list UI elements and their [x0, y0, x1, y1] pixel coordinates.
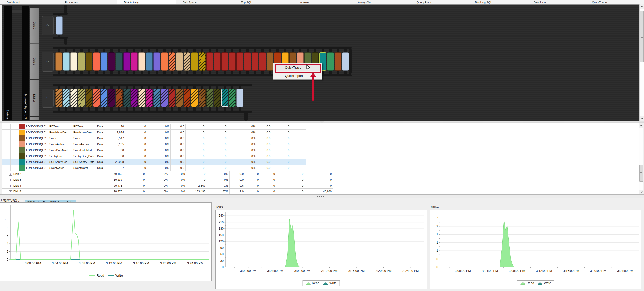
file-block[interactable]	[153, 89, 160, 107]
file-block[interactable]	[259, 52, 266, 71]
tab-processes[interactable]: Processes	[59, 0, 117, 4]
file-block[interactable]	[108, 89, 115, 107]
file-block[interactable]	[93, 52, 100, 71]
file-block[interactable]	[116, 52, 123, 71]
table-row-sweetwater[interactable]: LONDONSQL01...SweetwaterSweetwaterData70…	[2, 165, 306, 171]
file-block[interactable]	[214, 89, 221, 107]
expand-row-icon[interactable]: +	[9, 190, 12, 193]
disk-group-rows: +Disk 249,15200%0.000%0.00000+Disk 310,2…	[2, 171, 333, 194]
group-row-disk-5[interactable]: +Disk 520,47300%0.0163,49567%2.900048,96…	[2, 189, 333, 194]
file-block[interactable]	[55, 52, 62, 71]
tab-query-plans[interactable]: Query Plans	[410, 0, 469, 4]
table-row-rdtemp[interactable]: LONDONSQL01...RDTempRDTempData1000%0.000…	[2, 124, 306, 130]
file-block[interactable]	[146, 89, 153, 107]
file-block[interactable]	[191, 89, 198, 107]
file-block[interactable]	[229, 89, 236, 107]
file-block[interactable]	[176, 89, 183, 107]
file-block[interactable]	[108, 52, 115, 71]
scroll-up-icon[interactable]	[640, 5, 644, 9]
file-block[interactable]	[229, 52, 236, 71]
file-block[interactable]	[123, 89, 130, 107]
file-block[interactable]	[206, 52, 213, 71]
expand-row-icon[interactable]: +	[9, 173, 12, 176]
file-block[interactable]	[184, 89, 190, 107]
tab-dashboard[interactable]: Dashboard	[0, 0, 59, 4]
table-row-sales[interactable]: LONDONSQL01...SalesSalesData3,51700%0.00…	[2, 135, 306, 141]
file-block[interactable]	[78, 89, 85, 107]
file-block[interactable]	[244, 52, 251, 71]
block-stub	[65, 86, 67, 89]
file-block[interactable]	[161, 52, 168, 71]
file-block[interactable]	[335, 52, 341, 71]
file-block[interactable]	[86, 89, 92, 107]
file-block[interactable]	[221, 52, 228, 71]
tab-deadlocks[interactable]: Deadlocks	[527, 0, 586, 4]
tab-disk-activity[interactable]: Disk Activity	[117, 0, 176, 4]
tab-disk-space[interactable]: Disk Space	[176, 0, 235, 4]
file-block[interactable]	[199, 52, 206, 71]
group-row-disk-4[interactable]: +Disk 420,47300%0.02,8671%0.60000	[2, 183, 333, 189]
table-row-salesarchive[interactable]: LONDONSQL01...SalesArchiveSalesArchiveDa…	[2, 141, 306, 148]
file-block[interactable]	[138, 52, 145, 71]
file-block[interactable]	[93, 89, 100, 107]
tab-quicktraces[interactable]: QuickTraces	[585, 0, 644, 4]
table-row-sqlsentry-co[interactable]: LONDONSQL01...SQLSentry_coSQLSentry_Data…	[2, 159, 306, 165]
file-block[interactable]	[70, 89, 77, 107]
expand-row-icon[interactable]: +	[9, 179, 12, 181]
tab-blocking-sql[interactable]: Blocking SQL	[468, 0, 527, 4]
expand-row-icon[interactable]: +	[9, 185, 12, 187]
tab-alwayson[interactable]: AlwaysOn	[351, 0, 410, 4]
file-block[interactable]	[63, 52, 70, 71]
file-block[interactable]	[138, 89, 145, 107]
file-block[interactable]	[236, 89, 243, 107]
file-block[interactable]	[63, 89, 70, 107]
splitter-grip-icon	[317, 196, 325, 197]
table-row-salesdatamart[interactable]: LONDONSQL01...SalesDataMartSalesDataMart…	[2, 147, 306, 153]
file-block[interactable]	[56, 16, 63, 35]
file-block[interactable]	[153, 52, 160, 71]
disk-scrollbar-thumb[interactable]	[640, 11, 644, 62]
file-block[interactable]	[184, 52, 190, 71]
value-cell: 3,195	[107, 141, 125, 147]
file-block[interactable]	[131, 89, 138, 107]
file-block[interactable]	[101, 89, 107, 107]
file-block[interactable]	[86, 52, 92, 71]
file-block[interactable]	[146, 52, 153, 71]
group-row-disk-2[interactable]: +Disk 249,15200%0.000%0.00000	[2, 171, 333, 177]
file-block[interactable]	[214, 52, 221, 71]
file-block[interactable]	[342, 52, 349, 71]
scroll-down-icon[interactable]	[640, 116, 644, 120]
table-row-sentryone[interactable]: LONDONSQL01...SentryOneSentryOne_DataDat…	[2, 153, 306, 159]
file-block[interactable]	[206, 89, 213, 107]
file-block[interactable]	[161, 89, 168, 107]
cell: LONDONSQL01...	[25, 165, 48, 171]
file-block[interactable]	[169, 89, 175, 107]
file-block[interactable]	[236, 52, 243, 71]
table-row-roadshowdem[interactable]: LONDONSQL01...RoadshowDem...RoadshowDem.…	[2, 130, 306, 136]
grid-scroll-down-icon[interactable]	[639, 190, 643, 194]
collapse-chart-button[interactable]	[319, 121, 325, 123]
tab-indexes[interactable]: Indexes	[293, 0, 352, 4]
grid-scrollbar-thumb[interactable]	[639, 165, 643, 182]
file-block-selected[interactable]	[221, 89, 228, 107]
file-block[interactable]	[78, 52, 85, 71]
file-block[interactable]	[267, 52, 273, 71]
block-stub	[163, 107, 166, 111]
file-block[interactable]	[131, 52, 138, 71]
splitter-handle[interactable]	[0, 194, 644, 198]
file-block[interactable]	[116, 89, 123, 107]
file-block[interactable]	[101, 52, 107, 71]
file-block[interactable]	[327, 52, 334, 71]
file-block[interactable]	[55, 89, 62, 107]
file-block[interactable]	[199, 89, 206, 107]
file-block[interactable]	[169, 52, 175, 71]
group-row-disk-3[interactable]: +Disk 310,23700%0.000%0.00000	[2, 177, 333, 183]
file-block[interactable]	[252, 52, 258, 71]
value-cell: 0%	[147, 165, 171, 171]
file-block[interactable]	[191, 52, 198, 71]
tab-top-sql[interactable]: Top SQL	[234, 0, 293, 4]
file-block[interactable]	[176, 52, 183, 71]
file-block[interactable]	[123, 52, 130, 71]
grid-scroll-up-icon[interactable]	[639, 124, 643, 128]
file-block[interactable]	[70, 52, 77, 71]
